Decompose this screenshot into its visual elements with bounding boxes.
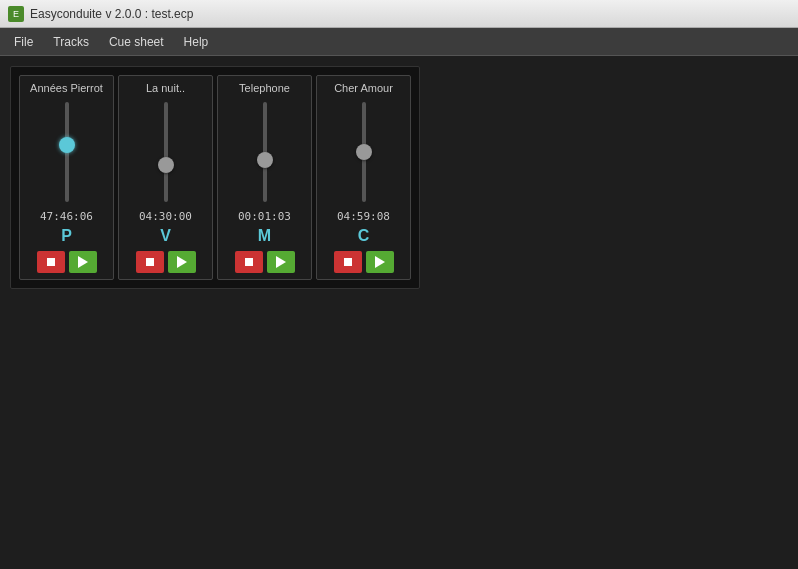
track-title-1: Années Pierrot [24,82,109,94]
menu-tracks[interactable]: Tracks [43,31,99,53]
buttons-row-2 [136,251,196,273]
play-icon-4 [375,256,385,268]
track-time-1: 47:46:06 [40,210,93,223]
slider-thumb-3[interactable] [257,152,273,168]
slider-container-3[interactable] [250,102,280,202]
tracks-area: Années Pierrot47:46:06PLa nuit..04:30:00… [10,66,420,289]
play-button-4[interactable] [366,251,394,273]
stop-button-2[interactable] [136,251,164,273]
buttons-row-3 [235,251,295,273]
play-button-1[interactable] [69,251,97,273]
menu-help[interactable]: Help [174,31,219,53]
app-icon: E [8,6,24,22]
play-icon-1 [78,256,88,268]
buttons-row-4 [334,251,394,273]
play-button-2[interactable] [168,251,196,273]
stop-icon-2 [146,258,154,266]
track-time-4: 04:59:08 [337,210,390,223]
track-title-2: La nuit.. [123,82,208,94]
track-letter-3: M [258,227,271,245]
slider-track-2 [164,102,168,202]
stop-icon-4 [344,258,352,266]
track-title-3: Telephone [222,82,307,94]
app-title: Easyconduite v 2.0.0 : test.ecp [30,7,193,21]
track-card-1: Années Pierrot47:46:06P [19,75,114,280]
stop-icon-3 [245,258,253,266]
menu-bar: File Tracks Cue sheet Help [0,28,798,56]
slider-thumb-4[interactable] [356,144,372,160]
title-bar: E Easyconduite v 2.0.0 : test.ecp [0,0,798,28]
track-card-3: Telephone00:01:03M [217,75,312,280]
play-icon-2 [177,256,187,268]
track-card-4: Cher Amour04:59:08C [316,75,411,280]
play-button-3[interactable] [267,251,295,273]
track-title-4: Cher Amour [321,82,406,94]
track-card-2: La nuit..04:30:00V [118,75,213,280]
track-time-2: 04:30:00 [139,210,192,223]
slider-container-1[interactable] [52,102,82,202]
slider-thumb-1[interactable] [59,137,75,153]
track-time-3: 00:01:03 [238,210,291,223]
track-letter-2: V [160,227,171,245]
stop-button-1[interactable] [37,251,65,273]
stop-button-4[interactable] [334,251,362,273]
main-area: Années Pierrot47:46:06PLa nuit..04:30:00… [0,56,798,569]
menu-cue-sheet[interactable]: Cue sheet [99,31,174,53]
track-letter-1: P [61,227,72,245]
buttons-row-1 [37,251,97,273]
stop-icon-1 [47,258,55,266]
play-icon-3 [276,256,286,268]
track-letter-4: C [358,227,370,245]
slider-thumb-2[interactable] [158,157,174,173]
slider-container-4[interactable] [349,102,379,202]
menu-file[interactable]: File [4,31,43,53]
stop-button-3[interactable] [235,251,263,273]
slider-container-2[interactable] [151,102,181,202]
